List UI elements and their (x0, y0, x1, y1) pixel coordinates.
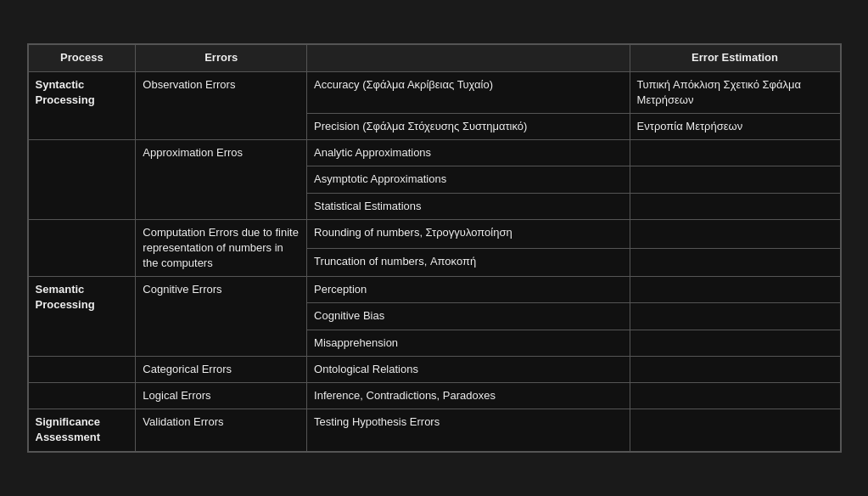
subtype-cell: Asymptotic Approximations (307, 166, 630, 193)
estimation-cell: Τυπική Απόκλιση Σχετικό Σφάλμα Μετρήσεων (630, 71, 840, 113)
estimation-cell (630, 356, 840, 382)
subtype-cell: Statistical Estimations (307, 193, 630, 219)
error-type-cell: Approximation Erros (136, 140, 307, 220)
estimation-cell (630, 409, 840, 451)
table-container: Process Errors Error Estimation Syntacti… (27, 43, 842, 452)
error-type-cell: Computation Errors due to finite represe… (136, 219, 307, 277)
subtype-cell: Misapprehension (307, 330, 630, 356)
header-row: Process Errors Error Estimation (28, 45, 840, 71)
error-type-cell: Observation Errors (136, 71, 307, 140)
subtype-cell: Testing Hypothesis Errors (307, 409, 630, 451)
error-type-cell: Logical Errors (136, 383, 307, 409)
subtype-cell: Cognitive Bias (307, 303, 630, 330)
subtype-cell: Truncation of numbers, Αποκοπή (307, 248, 630, 277)
header-process: Process (28, 45, 136, 71)
process-cell: Syntactic Processing (28, 71, 136, 140)
table-row: Approximation ErrosAnalytic Approximatio… (28, 140, 840, 166)
error-type-cell: Validation Errors (136, 409, 307, 451)
subtype-cell: Precision (Σφάλμα Στόχευσης Συστηματικό) (307, 113, 630, 139)
process-cell (28, 356, 136, 382)
process-cell: Significance Assessment (28, 409, 136, 451)
table-row: Computation Errors due to finite represe… (28, 219, 840, 248)
table-row: Significance AssessmentValidation Errors… (28, 409, 840, 451)
table-row: Semantic ProcessingCognitive ErrorsPerce… (28, 277, 840, 303)
subtype-cell: Ontological Relations (307, 356, 630, 382)
table-row: Syntactic ProcessingObservation ErrorsAc… (28, 71, 840, 113)
header-estimation: Error Estimation (630, 45, 840, 71)
process-cell (28, 219, 136, 277)
header-types (307, 45, 630, 71)
error-type-cell: Categorical Errors (136, 356, 307, 382)
process-cell (28, 383, 136, 409)
estimation-cell (630, 383, 840, 409)
table-row: Logical ErrorsInference, Contradictions,… (28, 383, 840, 409)
main-table: Process Errors Error Estimation Syntacti… (28, 44, 841, 451)
process-cell (28, 140, 136, 220)
subtype-cell: Accuracy (Σφάλμα Ακρίβειας Τυχαίο) (307, 71, 630, 113)
subtype-cell: Analytic Approximations (307, 140, 630, 166)
estimation-cell (630, 140, 840, 166)
process-cell: Semantic Processing (28, 277, 136, 357)
error-type-cell: Cognitive Errors (136, 277, 307, 357)
estimation-cell (630, 248, 840, 277)
table-row: Categorical ErrorsOntological Relations (28, 356, 840, 382)
estimation-cell (630, 330, 840, 356)
header-errors: Errors (136, 45, 307, 71)
estimation-cell (630, 193, 840, 219)
subtype-cell: Rounding of numbers, Στρογγυλοποίηση (307, 219, 630, 248)
subtype-cell: Perception (307, 277, 630, 303)
estimation-cell (630, 219, 840, 248)
subtype-cell: Inference, Contradictions, Paradoxes (307, 383, 630, 409)
estimation-cell (630, 166, 840, 193)
estimation-cell: Εντροπία Μετρήσεων (630, 113, 840, 139)
estimation-cell (630, 303, 840, 330)
estimation-cell (630, 277, 840, 303)
